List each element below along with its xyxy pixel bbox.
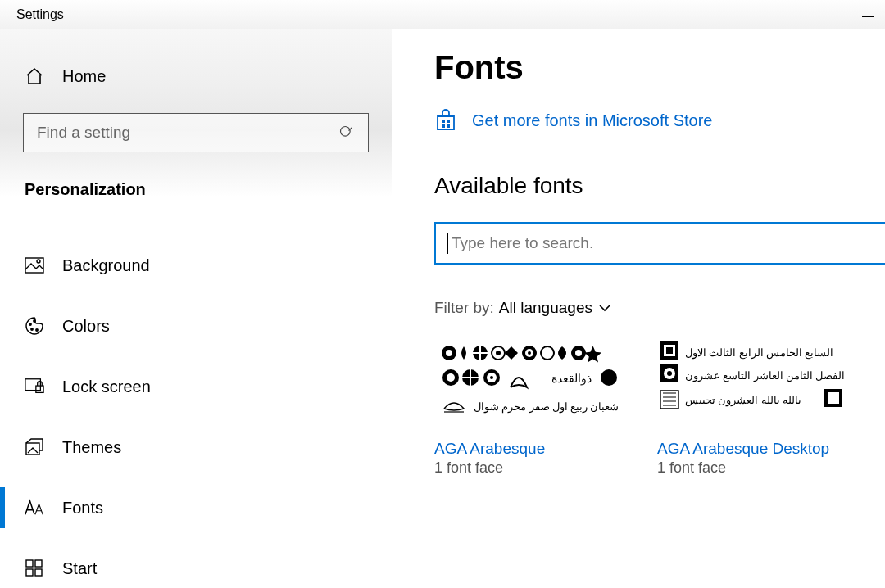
titlebar: Settings bbox=[0, 0, 885, 29]
page-title: Fonts bbox=[434, 49, 885, 86]
sidebar: Home Personalization Background bbox=[0, 29, 392, 588]
home-icon bbox=[25, 66, 44, 86]
chevron-down-icon bbox=[597, 301, 612, 315]
sidebar-item-start[interactable]: Start bbox=[0, 538, 392, 588]
font-preview: ذوالقعدة شعبان ربيع اول صفر محرم شوال bbox=[434, 337, 631, 432]
svg-point-31 bbox=[447, 373, 455, 382]
svg-point-7 bbox=[34, 320, 35, 322]
sidebar-item-fonts[interactable]: Fonts bbox=[0, 477, 392, 538]
lock-screen-icon bbox=[25, 378, 44, 396]
svg-rect-12 bbox=[35, 560, 42, 567]
font-card-name: AGA Arabesque Desktop bbox=[657, 440, 854, 458]
sidebar-item-label: Lock screen bbox=[62, 378, 151, 396]
font-preview: السابع الخامس الرابع الثالث الاول الفصل … bbox=[657, 337, 854, 432]
svg-text:شعبان ربيع اول صفر محرم شوال: شعبان ربيع اول صفر محرم شوال bbox=[474, 400, 619, 414]
palette-icon bbox=[25, 316, 44, 336]
svg-rect-50 bbox=[828, 392, 839, 404]
start-icon bbox=[25, 559, 44, 577]
sidebar-item-colors[interactable]: Colors bbox=[0, 296, 392, 356]
svg-text:يالله يالله العشرون تحبيس: يالله يالله العشرون تحبيس bbox=[685, 394, 801, 407]
svg-point-29 bbox=[575, 350, 582, 356]
svg-rect-17 bbox=[442, 124, 445, 128]
available-fonts-heading: Available fonts bbox=[434, 173, 885, 199]
font-icon bbox=[25, 499, 44, 517]
store-link-row[interactable]: Get more fonts in Microsoft Store bbox=[434, 109, 885, 132]
themes-icon bbox=[25, 438, 44, 456]
font-card-faces: 1 font face bbox=[657, 459, 854, 477]
font-card[interactable]: السابع الخامس الرابع الثالث الاول الفصل … bbox=[657, 337, 854, 477]
filter-label: Filter by: bbox=[434, 299, 494, 317]
font-card[interactable]: ذوالقعدة شعبان ربيع اول صفر محرم شوال bbox=[434, 337, 631, 477]
svg-point-20 bbox=[446, 350, 452, 356]
svg-text:الفصل الثامن العاشر التاسع عشر: الفصل الثامن العاشر التاسع عشرون bbox=[685, 369, 845, 382]
sidebar-item-label: Start bbox=[62, 559, 97, 578]
text-cursor bbox=[447, 233, 448, 254]
svg-point-0 bbox=[341, 127, 351, 137]
font-card-faces: 1 font face bbox=[434, 459, 631, 477]
window-title: Settings bbox=[16, 7, 64, 22]
svg-point-5 bbox=[31, 328, 33, 330]
svg-point-27 bbox=[541, 346, 554, 360]
svg-rect-13 bbox=[26, 569, 33, 576]
picture-icon bbox=[25, 257, 44, 274]
main-content: Fonts Get more fonts in Microsoft Store … bbox=[392, 29, 885, 588]
svg-rect-2 bbox=[25, 258, 43, 273]
font-search-input[interactable] bbox=[452, 234, 880, 252]
svg-point-3 bbox=[37, 260, 40, 263]
sidebar-item-themes[interactable]: Themes bbox=[0, 417, 392, 477]
sidebar-search[interactable] bbox=[23, 113, 369, 152]
sidebar-item-label: Fonts bbox=[62, 499, 103, 518]
font-card-name: AGA Arabesque bbox=[434, 440, 631, 458]
svg-rect-15 bbox=[442, 120, 445, 123]
sidebar-section-title: Personalization bbox=[0, 152, 392, 206]
sidebar-item-lock-screen[interactable]: Lock screen bbox=[0, 356, 392, 417]
svg-point-4 bbox=[30, 323, 31, 325]
sidebar-item-label: Background bbox=[62, 256, 150, 275]
font-search[interactable] bbox=[434, 222, 885, 265]
svg-rect-42 bbox=[666, 347, 673, 354]
home-nav[interactable]: Home bbox=[0, 54, 392, 98]
svg-rect-8 bbox=[25, 379, 40, 391]
svg-rect-16 bbox=[447, 120, 450, 123]
filter-value: All languages bbox=[499, 299, 592, 317]
sidebar-item-background[interactable]: Background bbox=[0, 235, 392, 296]
svg-rect-11 bbox=[26, 560, 33, 567]
sidebar-nav-list: Background Colors Lock screen bbox=[0, 235, 392, 588]
svg-point-46 bbox=[667, 371, 672, 376]
store-icon bbox=[434, 109, 457, 132]
svg-point-35 bbox=[490, 376, 493, 379]
search-icon bbox=[338, 124, 355, 141]
svg-rect-9 bbox=[36, 386, 43, 392]
svg-point-37 bbox=[601, 369, 617, 386]
svg-point-23 bbox=[496, 351, 501, 355]
store-link[interactable]: Get more fonts in Microsoft Store bbox=[472, 111, 712, 130]
svg-rect-18 bbox=[447, 124, 450, 128]
svg-point-6 bbox=[36, 329, 38, 331]
filter-dropdown[interactable]: Filter by: All languages bbox=[434, 299, 885, 317]
sidebar-item-label: Colors bbox=[62, 317, 110, 336]
svg-point-26 bbox=[528, 351, 531, 355]
sidebar-item-label: Themes bbox=[62, 438, 121, 457]
minimize-button[interactable] bbox=[862, 12, 874, 17]
home-label: Home bbox=[62, 67, 106, 86]
svg-rect-14 bbox=[35, 569, 42, 576]
svg-text:السابع الخامس الرابع الثالث ال: السابع الخامس الرابع الثالث الاول bbox=[685, 346, 833, 360]
sidebar-search-input[interactable] bbox=[37, 124, 338, 142]
svg-text:ذوالقعدة: ذوالقعدة bbox=[551, 373, 592, 386]
